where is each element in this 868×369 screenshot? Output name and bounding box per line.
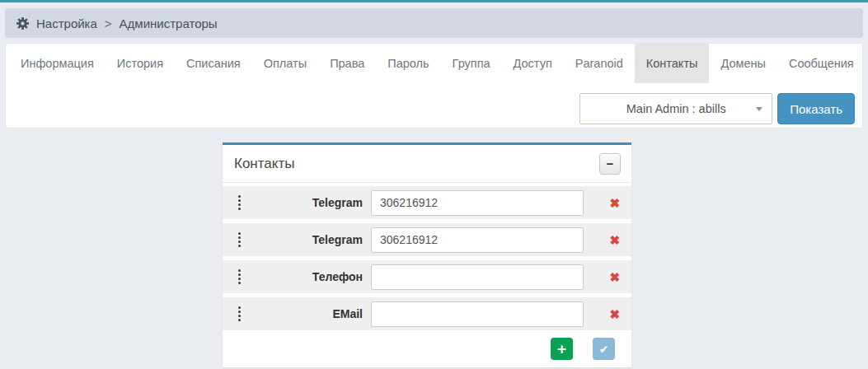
contact-value-input[interactable] bbox=[371, 227, 584, 253]
tab-password[interactable]: Пароль bbox=[376, 44, 440, 83]
contacts-list: Telegram ✖ Telegram ✖ Телефон ✖ EMail ✖ bbox=[223, 183, 631, 330]
panel-title: Контакты bbox=[234, 156, 294, 172]
drag-handle-icon[interactable] bbox=[223, 232, 256, 247]
delete-icon[interactable]: ✖ bbox=[609, 197, 620, 209]
show-button[interactable]: Показать bbox=[777, 93, 855, 124]
tab-access[interactable]: Доступ bbox=[502, 44, 564, 83]
collapse-button[interactable]: − bbox=[599, 153, 621, 175]
add-contact-button[interactable]: + bbox=[551, 338, 573, 360]
top-accent-strip bbox=[0, 0, 868, 2]
tab-strip: Информация История Списания Оплаты Права… bbox=[6, 44, 862, 83]
breadcrumb-separator: > bbox=[105, 16, 112, 30]
contact-row: Telegram ✖ bbox=[223, 223, 631, 256]
contact-type-label: Telegram bbox=[256, 233, 363, 246]
drag-handle-icon[interactable] bbox=[223, 195, 256, 210]
toolbar: Main Admin : abills Показать bbox=[6, 83, 862, 124]
contacts-panel: Контакты − Telegram ✖ Telegram ✖ Телефон… bbox=[223, 142, 631, 367]
contact-value-input[interactable] bbox=[371, 190, 584, 216]
tab-fees[interactable]: Списания bbox=[175, 44, 252, 83]
contact-value-input[interactable] bbox=[371, 301, 584, 327]
tabs-card: Информация История Списания Оплаты Права… bbox=[5, 43, 863, 128]
contact-type-label: Telegram bbox=[256, 196, 363, 209]
delete-icon[interactable]: ✖ bbox=[609, 271, 620, 283]
delete-icon[interactable]: ✖ bbox=[609, 308, 620, 320]
tab-domains[interactable]: Домены bbox=[709, 44, 777, 83]
admin-select-value: Main Admin : abills bbox=[626, 102, 726, 115]
contact-row: Telegram ✖ bbox=[223, 186, 631, 219]
drag-handle-icon[interactable] bbox=[223, 269, 256, 284]
tab-paranoid[interactable]: Paranoid bbox=[564, 44, 635, 83]
delete-icon[interactable]: ✖ bbox=[609, 234, 620, 246]
breadcrumb-section[interactable]: Настройка bbox=[36, 16, 97, 30]
admin-select[interactable]: Main Admin : abills bbox=[579, 93, 772, 124]
tab-history[interactable]: История bbox=[106, 44, 175, 83]
tab-messages[interactable]: Сообщения bbox=[777, 44, 866, 83]
gear-icon bbox=[16, 17, 29, 30]
caret-down-icon bbox=[756, 107, 762, 111]
drag-handle-icon[interactable] bbox=[223, 306, 256, 321]
save-contacts-button[interactable]: ✔ bbox=[593, 338, 615, 360]
tab-group[interactable]: Группа bbox=[441, 44, 502, 83]
contacts-panel-footer: + ✔ bbox=[223, 334, 631, 367]
tab-information[interactable]: Информация bbox=[9, 44, 106, 83]
check-icon: ✔ bbox=[599, 343, 609, 355]
tab-payments[interactable]: Оплаты bbox=[252, 44, 318, 83]
contact-type-label: Телефон bbox=[256, 270, 363, 283]
breadcrumb-page: Администраторы bbox=[120, 16, 218, 30]
contact-value-input[interactable] bbox=[371, 264, 584, 290]
contact-row: EMail ✖ bbox=[223, 297, 631, 330]
contact-type-label: EMail bbox=[256, 307, 363, 320]
contacts-panel-header: Контакты − bbox=[223, 145, 631, 183]
plus-icon: + bbox=[557, 341, 566, 357]
minus-icon: − bbox=[607, 157, 614, 170]
tab-contacts[interactable]: Контакты bbox=[635, 44, 710, 83]
breadcrumb: Настройка > Администраторы bbox=[5, 8, 863, 38]
tab-rights[interactable]: Права bbox=[318, 44, 376, 83]
contact-row: Телефон ✖ bbox=[223, 260, 631, 293]
